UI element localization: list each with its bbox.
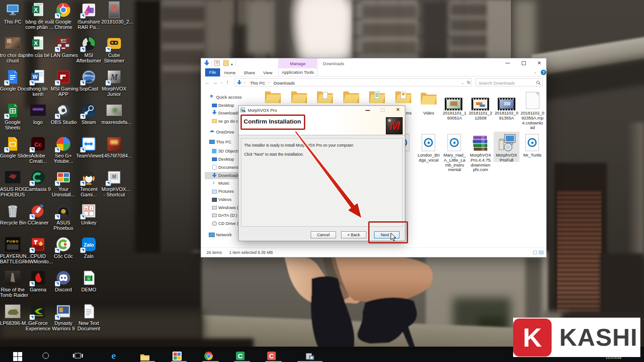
svg-text:C: C [88,277,90,280]
svg-text:M: M [110,73,118,82]
svg-text:i: i [91,206,92,210]
svg-text:Cc: Cc [34,141,42,148]
svg-text:LAN: LAN [60,39,67,43]
svg-text:u: u [85,206,87,210]
svg-text:X: X [34,40,38,47]
svg-text:W: W [33,74,38,80]
svg-text:X: X [34,6,38,13]
svg-text:Zalo: Zalo [84,242,94,248]
svg-text:M: M [112,174,116,179]
